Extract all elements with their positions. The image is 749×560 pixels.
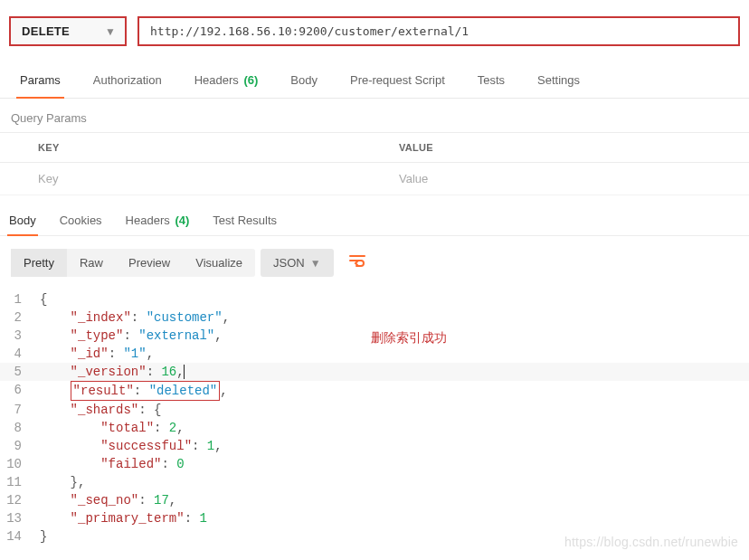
chevron-down-icon: ▼ xyxy=(105,25,116,38)
request-tabs: Params Authorization Headers (6) Body Pr… xyxy=(0,57,749,99)
result-highlight-box: "result": "deleted" xyxy=(71,381,221,401)
val-primary-term: 1 xyxy=(199,511,206,526)
annotation-text: 删除索引成功 xyxy=(371,328,447,346)
format-select[interactable]: JSON ▼ xyxy=(261,249,334,277)
tab-settings[interactable]: Settings xyxy=(534,64,583,98)
val-shards-successful: 1 xyxy=(207,439,214,453)
response-toolbar: Pretty Raw Preview Visualize JSON ▼ xyxy=(0,236,749,285)
tab-params[interactable]: Params xyxy=(16,64,64,98)
val-shards-failed: 0 xyxy=(176,457,184,471)
query-params-table: KEY VALUE xyxy=(0,132,749,195)
val-version: 16 xyxy=(161,365,176,379)
response-body[interactable]: 删除索引成功 1{ 2 "_index": "customer", 3 "_ty… xyxy=(0,285,749,556)
tab-authorization[interactable]: Authorization xyxy=(90,64,166,98)
view-mode-group: Pretty Raw Preview Visualize xyxy=(11,249,255,277)
resp-tab-body[interactable]: Body xyxy=(7,210,38,235)
visualize-button[interactable]: Visualize xyxy=(183,249,255,277)
param-row xyxy=(0,163,749,195)
resp-tab-headers-label: Headers xyxy=(126,214,170,227)
resp-tab-cookies[interactable]: Cookies xyxy=(58,210,104,235)
col-key: KEY xyxy=(27,133,388,163)
tab-headers-label: Headers xyxy=(194,73,239,87)
headers-count-badge: (6) xyxy=(243,73,258,87)
val-type: "external" xyxy=(138,328,214,343)
checkbox-col xyxy=(0,133,27,163)
tab-tests[interactable]: Tests xyxy=(474,64,508,98)
request-bar: DELETE ▼ xyxy=(0,0,749,57)
format-label: JSON xyxy=(273,256,305,270)
chevron-down-icon: ▼ xyxy=(310,257,321,270)
val-seq-no: 17 xyxy=(154,493,169,508)
col-value: VALUE xyxy=(388,133,749,163)
raw-button[interactable]: Raw xyxy=(67,249,116,277)
resp-tab-headers[interactable]: Headers (4) xyxy=(124,210,192,235)
watermark: https://blog.csdn.net/runewbie xyxy=(564,533,738,551)
val-id: "1" xyxy=(123,346,146,361)
pretty-button[interactable]: Pretty xyxy=(11,249,67,277)
preview-button[interactable]: Preview xyxy=(116,249,183,277)
query-params-title: Query Params xyxy=(0,99,749,132)
url-input[interactable] xyxy=(137,16,740,46)
http-method-label: DELETE xyxy=(22,24,70,38)
resp-headers-count-badge: (4) xyxy=(175,214,189,227)
param-value-input[interactable] xyxy=(399,172,738,185)
tab-headers[interactable]: Headers (6) xyxy=(191,64,262,98)
tab-body[interactable]: Body xyxy=(287,64,321,98)
val-result: deleted xyxy=(156,384,210,398)
http-method-select[interactable]: DELETE ▼ xyxy=(9,16,127,46)
resp-tab-test-results[interactable]: Test Results xyxy=(211,210,279,235)
response-tabs: Body Cookies Headers (4) Test Results xyxy=(0,195,749,236)
wrap-lines-icon[interactable] xyxy=(339,248,375,278)
tab-prerequest[interactable]: Pre-request Script xyxy=(346,64,449,98)
val-shards-total: 2 xyxy=(169,421,176,435)
param-key-input[interactable] xyxy=(38,172,377,185)
val-index: "customer" xyxy=(147,310,223,325)
